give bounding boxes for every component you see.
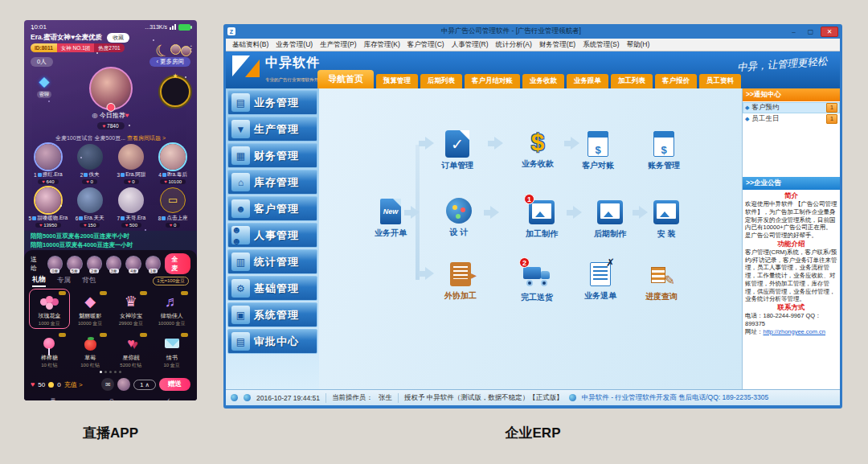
seat-5[interactable]: 5甜嗓暖吻.Era ♥ 13950 [27, 187, 69, 231]
sidebar-item-system[interactable]: ▣系统管理 [227, 302, 317, 327]
flow-delivery[interactable]: 2 完工送货 [510, 262, 563, 303]
seat-4[interactable]: 4Era.毒后 ♥ 10100 [152, 144, 194, 187]
quantity-stepper[interactable]: 1 ∧ [133, 380, 156, 390]
mic-target-0[interactable]: 0麦 [47, 256, 63, 272]
tab-backpack[interactable]: 背包 [82, 276, 96, 285]
send-gift-button[interactable]: 赠送 [159, 378, 190, 391]
favorite-button[interactable]: 收藏 [107, 33, 129, 43]
back-icon[interactable]: ‹ [167, 396, 170, 401]
flow-design[interactable]: 设 计 [432, 197, 485, 238]
seat-avatar[interactable] [77, 187, 103, 213]
menu-production[interactable]: 生产管理(P) [320, 40, 356, 50]
home-icon[interactable]: ○ [109, 396, 114, 401]
tab-gifts[interactable]: 礼物 [32, 275, 46, 287]
sidebar-item-finance[interactable]: ▦财务管理 [227, 143, 317, 168]
gift-lips[interactable]: ♥ 星你靓5200 红钻 [111, 331, 152, 371]
notice-item-appointments[interactable]: ◆ 客户预约 1 [743, 102, 840, 113]
menu-business[interactable]: 业务管理(U) [276, 40, 313, 50]
website-link[interactable]: http://zhongyee.com.cn [764, 328, 826, 335]
menu-help[interactable]: 帮助(H) [627, 40, 650, 50]
gift-rose-box[interactable]: 玫瑰花盒1000 金豆 [29, 289, 70, 329]
menu-finance[interactable]: 财务管理(E) [539, 40, 575, 50]
tab-monthly-statement[interactable]: 客户月结对账 [465, 74, 520, 88]
flow-installation[interactable]: 安 装 [640, 199, 693, 240]
sidebar-item-production[interactable]: ▼生产管理 [227, 117, 317, 142]
flow-receivables[interactable]: $ 业务收款 [511, 129, 564, 170]
sofa-icon[interactable] [160, 187, 186, 213]
all-mic-button[interactable]: 全麦 [165, 253, 190, 274]
sidebar-item-hr[interactable]: ☻☻人事管理 [227, 223, 317, 248]
flow-customer-statement[interactable]: $ 客户对账 [571, 130, 624, 171]
menu-inventory[interactable]: 库存管理(K) [364, 40, 400, 50]
avatar[interactable] [117, 378, 130, 391]
mic-target-1[interactable]: 5麦 [67, 256, 82, 272]
tab-budget[interactable]: 预算管理 [376, 74, 418, 88]
tab-postproduction-list[interactable]: 后期列表 [420, 74, 462, 88]
seat-avatar[interactable] [160, 144, 186, 170]
more-menu-icon[interactable]: ⋮ [187, 44, 195, 53]
close-button[interactable]: ✕ [821, 27, 838, 37]
menu-statistics[interactable]: 统计分析(A) [495, 40, 531, 50]
seat-3[interactable]: 3Era.阿甜 ♥ 0 [111, 144, 153, 187]
gift-diamond[interactable]: ◆ 魅丽暖影10000 金豆 [70, 289, 111, 329]
menu-customer[interactable]: 客户管理(C) [407, 40, 444, 50]
status-datetime: 2016-10-27 19:44:51 [256, 394, 320, 402]
flow-account-management[interactable]: $ 账务管理 [637, 130, 690, 171]
minimize-button[interactable]: – [787, 27, 800, 37]
menu-basic-data[interactable]: 基础资料(B) [232, 40, 268, 50]
message-icon[interactable]: ✉ [101, 378, 114, 391]
flow-postproduction[interactable]: 后期制作 [583, 199, 637, 240]
seat-avatar[interactable] [77, 144, 103, 170]
notice-item-birthdays[interactable]: ◆ 员工生日 1 [743, 113, 840, 125]
flow-order-return[interactable]: 业务退单 [574, 261, 627, 302]
mic-target-2[interactable]: 2麦 [87, 256, 102, 272]
viewer-count-pill[interactable]: 0人 [31, 57, 53, 67]
seat-avatar[interactable] [118, 187, 144, 213]
maximize-button[interactable]: ▢ [804, 27, 817, 37]
sidebar-item-statistics[interactable]: ▥统计管理 [227, 249, 317, 274]
mic-target-3[interactable]: 3麦 [106, 256, 121, 272]
flow-progress-query[interactable]: 进度查询 [635, 261, 688, 302]
sidebar-item-approval[interactable]: ▤审批中心 [227, 329, 317, 354]
menu-hr[interactable]: 人事管理(R) [452, 40, 489, 50]
avatar[interactable] [170, 44, 181, 55]
mic-target-4[interactable]: 4麦 [125, 256, 141, 272]
host-avatar[interactable] [89, 67, 133, 110]
flow-outsourcing[interactable]: 外协加工 [434, 261, 487, 302]
sidebar-item-business[interactable]: ▤业务管理 [227, 90, 317, 115]
seat-2[interactable]: 2佚夫 ♥ 0 [69, 144, 111, 187]
menu-system[interactable]: 系统管理(S) [583, 40, 619, 50]
tab-staff[interactable]: 员工资料 [699, 74, 741, 88]
seat-1[interactable]: 1撩红.Era ♥ 640 [27, 144, 69, 187]
seat-6[interactable]: 6Era.天天 ♥ 150 [69, 187, 111, 231]
private-chat-entry[interactable]: ◆ 密聊 [37, 73, 51, 98]
gift-lollipop[interactable]: 棒棒糖10 红钻 [29, 331, 70, 371]
flow-processing[interactable]: 1 加工制作 [515, 199, 568, 240]
gift-love-letter[interactable]: 情书10 金豆 [151, 331, 192, 371]
seat-avatar[interactable] [118, 144, 144, 170]
tab-exclusive[interactable]: 专属 [57, 276, 71, 285]
more-rooms-button[interactable]: ‹ 更多房间 [149, 57, 190, 67]
mic-target-5[interactable]: 1麦 [145, 256, 161, 272]
tab-nav-home[interactable]: 导航首页 [317, 70, 374, 88]
seat-avatar[interactable] [35, 187, 61, 213]
tab-order-follow[interactable]: 业务跟单 [567, 74, 608, 88]
gift-dancer[interactable]: ♬ 律动佳人100000 金豆 [151, 289, 192, 329]
android-nav-bar: ≡ ○ ‹ [24, 393, 197, 400]
seat-7[interactable]: 7天哥.Era ♥ 500 [111, 187, 153, 231]
flow-order-management[interactable]: ✓ 订单管理 [431, 130, 484, 171]
tab-quotation[interactable]: 客户报价 [655, 74, 697, 88]
tab-process-list[interactable]: 加工列表 [611, 74, 653, 88]
tab-receivables[interactable]: 业务收款 [522, 74, 564, 88]
sidebar-item-inventory[interactable]: ⌂库存管理 [227, 170, 317, 195]
seat-8-take-seat[interactable]: 8点击上座 ♥ 0 [152, 187, 194, 231]
sidebar-item-customer[interactable]: ☻客户管理 [227, 196, 317, 221]
sidebar-item-basic[interactable]: ⚙基础管理 [227, 276, 317, 301]
gift-strawberry[interactable]: 草莓100 红钻 [70, 331, 111, 371]
recents-icon[interactable]: ≡ [51, 396, 55, 401]
gift-treasure[interactable]: ♛ 女神珍宝29900 金豆 [111, 289, 152, 329]
vip-frame-avatar[interactable] [160, 76, 190, 107]
room-topic-link[interactable]: 查看房间话题 > [127, 135, 166, 141]
recharge-link[interactable]: 充值 > [64, 380, 83, 389]
seat-avatar[interactable] [35, 144, 61, 170]
